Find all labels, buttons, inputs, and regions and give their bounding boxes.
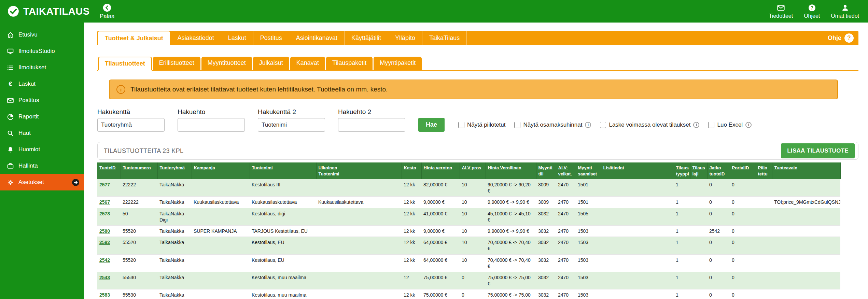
cell-kampanja: SUPER KAMPANJA bbox=[192, 226, 250, 237]
search-field1-input[interactable] bbox=[97, 118, 165, 132]
cell-tuotenimi: Kestotilaus, muu maailma bbox=[250, 289, 316, 299]
sidebar-item-laskut[interactable]: €Laskut bbox=[0, 76, 84, 92]
checkbox-luo-excel[interactable]: Luo Exceli bbox=[708, 122, 752, 128]
checkbox-input[interactable] bbox=[458, 122, 464, 128]
sidebar-item-raportit[interactable]: Raportit bbox=[0, 109, 84, 125]
column-header-piilo-tettu[interactable]: Piilo tettu bbox=[756, 162, 772, 179]
search-field2-input[interactable] bbox=[258, 118, 325, 132]
cell-lisatiedot bbox=[601, 226, 674, 237]
column-header-myynti-tili[interactable]: Myynti tili bbox=[536, 162, 556, 179]
info-icon[interactable]: i bbox=[693, 122, 699, 128]
subtab-tilaustuotteet[interactable]: Tilaustuotteet bbox=[98, 57, 152, 71]
search-cond2-label: Hakuehto 2 bbox=[338, 108, 405, 116]
column-header-portalid[interactable]: PortalID bbox=[730, 162, 756, 179]
cell-kesto: 12 kk bbox=[402, 179, 421, 197]
tab-asiakastiedot[interactable]: Asiakastiedot bbox=[171, 31, 221, 45]
checkbox-input[interactable] bbox=[514, 122, 520, 128]
search-button[interactable]: Hae bbox=[418, 118, 445, 132]
tuoteid-link[interactable]: 2543 bbox=[99, 275, 110, 280]
help-icon: ? bbox=[808, 4, 816, 12]
sidebar-item-etusivu[interactable]: Etusivu bbox=[0, 27, 84, 43]
sidebar-item-ilmoitukset[interactable]: Ilmoitukset bbox=[0, 59, 84, 76]
cell-tuoteryhma: TaikaNakka bbox=[157, 197, 192, 208]
column-header-tuoteavain[interactable]: Tuoteavain bbox=[772, 162, 840, 179]
tab-laskut[interactable]: Laskut bbox=[221, 31, 253, 45]
sidebar-item-huomiot[interactable]: Huomiot bbox=[0, 141, 84, 158]
list-icon bbox=[7, 64, 14, 71]
checkbox-nayta-osamaksuhinnat[interactable]: Näytä osamaksuhinnati bbox=[514, 122, 591, 128]
info-icon[interactable]: i bbox=[745, 122, 752, 128]
cell-alv-pros: 0 bbox=[460, 272, 486, 289]
column-header-kampanja[interactable]: Kampanja bbox=[192, 162, 250, 179]
column-header-alv-velkat[interactable]: ALV- velkat. bbox=[556, 162, 576, 179]
sidebar-item-haut[interactable]: Haut bbox=[0, 125, 84, 141]
column-header-tilaus-tyyppi[interactable]: Tilaus tyyppi bbox=[674, 162, 690, 179]
cell-alv-pros: 10 bbox=[460, 179, 486, 197]
tuoteid-link[interactable]: 2542 bbox=[99, 257, 110, 263]
column-header-tilaus-laji[interactable]: Tilaus laji bbox=[690, 162, 707, 179]
tab-taikatilaus[interactable]: TaikaTilaus bbox=[422, 31, 467, 45]
column-header-tuoteryhma[interactable]: Tuoteryhmä bbox=[157, 162, 192, 179]
checkbox-input[interactable] bbox=[708, 122, 714, 128]
tab-tuotteet-julkaisut[interactable]: Tuotteet & Julkaisut bbox=[97, 31, 171, 45]
subtab-kanavat[interactable]: Kanavat bbox=[290, 57, 325, 70]
column-header-hinta-veroton[interactable]: Hinta veroton bbox=[421, 162, 460, 179]
cell-tuoteryhma: TaikaNakka bbox=[157, 289, 192, 299]
column-header-kesto[interactable]: Kesto bbox=[402, 162, 421, 179]
tab-yllapito[interactable]: Ylläpito bbox=[388, 31, 422, 45]
subtab-myyntipaketit[interactable]: Myyntipaketit bbox=[374, 57, 422, 70]
column-header-alv-pros[interactable]: ALV pros bbox=[460, 162, 486, 179]
column-header-tuotenimi[interactable]: Tuotenimi bbox=[250, 162, 316, 179]
checkbox-input[interactable] bbox=[600, 122, 606, 128]
sidebar-item-hallinta[interactable]: Hallinta bbox=[0, 158, 84, 174]
cell-myynti-tili: 3032 bbox=[536, 254, 556, 272]
help-button[interactable]: Ohje ? bbox=[828, 31, 858, 45]
cell-tilaus-tyyppi: 1 bbox=[674, 254, 690, 272]
tuoteid-link[interactable]: 2567 bbox=[99, 199, 110, 205]
add-product-button[interactable]: LISÄÄ TILAUSTUOTE bbox=[781, 143, 855, 158]
cell-alv-velkat: 2470 bbox=[556, 289, 576, 299]
table-header-row: TuoteIDTuotenumeroTuoteryhmäKampanjaTuot… bbox=[97, 162, 840, 179]
cell-myynti-saamiset: 1501 bbox=[576, 197, 601, 208]
subtab-myyntituotteet[interactable]: Myyntituotteet bbox=[201, 57, 252, 70]
cell-tuoteid: 2583 bbox=[97, 289, 121, 299]
sidebar-item-ilmoitusstudio[interactable]: IlmoitusStudio bbox=[0, 43, 84, 59]
tab-postitus[interactable]: Postitus bbox=[253, 31, 289, 45]
tab-asiointikanavat[interactable]: Asiointikanavat bbox=[289, 31, 345, 45]
sub-tab-bar: TilaustuotteetErillistuotteetMyyntituott… bbox=[97, 57, 858, 71]
checkbox-label: Näytä osamaksuhinnat bbox=[523, 122, 582, 128]
table-row: 258055520TaikaNakkaSUPER KAMPANJATARJOUS… bbox=[97, 226, 840, 237]
topbar-item-omat-tiedot[interactable]: Omat tiedot bbox=[831, 4, 859, 19]
bell-icon bbox=[7, 146, 14, 153]
tuoteid-link[interactable]: 2577 bbox=[99, 182, 110, 187]
tuoteid-link[interactable]: 2578 bbox=[99, 211, 110, 216]
column-header-tuoteid[interactable]: TuoteID bbox=[97, 162, 121, 179]
sidebar-item-postitus[interactable]: Postitus bbox=[0, 92, 84, 109]
tuoteid-link[interactable]: 2582 bbox=[99, 240, 110, 245]
cell-hinta-veroton: 9,00000 € bbox=[421, 197, 460, 208]
column-header-myynti-saamiset[interactable]: Myynti saamiset bbox=[576, 162, 601, 179]
subtab-erillistuotteet[interactable]: Erillistuotteet bbox=[153, 57, 200, 70]
search-cond1-input[interactable] bbox=[178, 118, 245, 132]
info-icon[interactable]: i bbox=[585, 122, 591, 128]
checkbox-nayta-piilotetut[interactable]: Näytä piilotetut bbox=[458, 122, 505, 128]
column-header-hinta-verollinen[interactable]: Hinta Verollinen bbox=[486, 162, 536, 179]
tab-kayttajatilit[interactable]: Käyttäjätilit bbox=[345, 31, 388, 45]
topbar-item-ohjeet[interactable]: ?Ohjeet bbox=[804, 4, 820, 19]
tuoteid-link[interactable]: 2583 bbox=[99, 292, 110, 298]
topbar-item-tiedotteet[interactable]: Tiedotteet bbox=[769, 4, 793, 19]
search-cond2-input[interactable] bbox=[338, 118, 405, 132]
home-icon bbox=[7, 31, 14, 39]
back-button[interactable]: Palaa bbox=[100, 3, 114, 20]
column-header-lisatiedot[interactable]: Lisätiedot bbox=[601, 162, 674, 179]
sidebar-item-asetukset[interactable]: Asetukset bbox=[0, 174, 84, 190]
tuoteid-link[interactable]: 2580 bbox=[99, 228, 110, 234]
column-header-ulkoinen-tuotenimi[interactable]: Ulkoinen Tuotenimi bbox=[316, 162, 402, 179]
column-header-tuotenumero[interactable]: Tuotenumero bbox=[121, 162, 157, 179]
checkbox-laske-voimassa-olevat-tilaukset[interactable]: Laske voimassa olevat tilaukseti bbox=[600, 122, 699, 128]
app-logo[interactable]: TAIKATILAUS bbox=[0, 5, 84, 18]
subtab-julkaisut[interactable]: Julkaisut bbox=[253, 57, 289, 70]
column-header-jatko-tuoteid[interactable]: Jatko tuoteID bbox=[707, 162, 730, 179]
subtab-tilauspaketit[interactable]: Tilauspaketit bbox=[326, 57, 373, 70]
cell-jatko-tuoteid: 0 bbox=[707, 197, 730, 208]
